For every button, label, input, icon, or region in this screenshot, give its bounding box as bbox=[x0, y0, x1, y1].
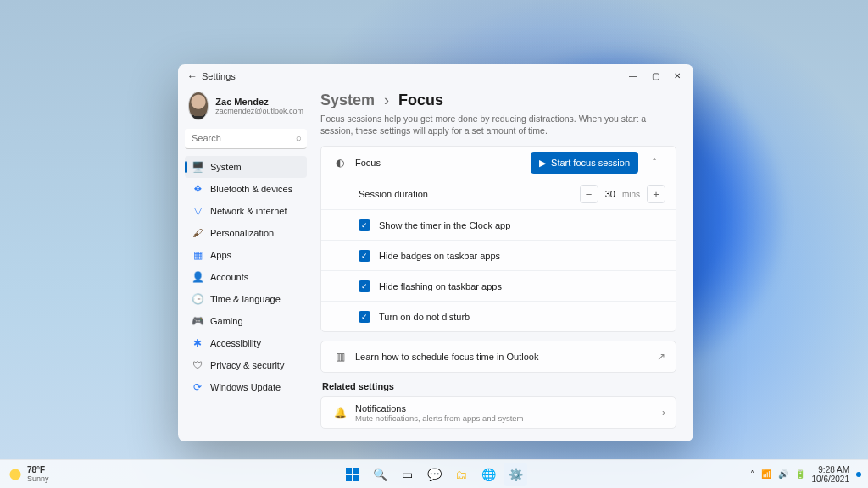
checkbox-hide-badges[interactable]: ✓ bbox=[359, 250, 370, 262]
focus-icon: ◐ bbox=[331, 157, 348, 169]
breadcrumb-parent[interactable]: System bbox=[320, 92, 375, 108]
sidebar-item-accessibility[interactable]: ✱Accessibility bbox=[185, 332, 307, 354]
weather-widget[interactable]: 78°F Sunny bbox=[0, 465, 49, 483]
avatar bbox=[188, 92, 209, 120]
option-dnd: ✓ Turn on do not disturb bbox=[321, 301, 676, 331]
settings-window: ← Settings — ▢ ✕ Zac Mendez zacmendez@ou… bbox=[178, 64, 693, 441]
svg-rect-3 bbox=[353, 475, 359, 481]
tray-wifi-icon[interactable]: 📶 bbox=[761, 469, 771, 479]
tray-overflow[interactable]: ˄ bbox=[750, 469, 754, 479]
sidebar-item-apps[interactable]: ▦Apps bbox=[185, 244, 307, 266]
page-description: Focus sessions help you get more done by… bbox=[320, 113, 676, 137]
sidebar-item-privacy[interactable]: 🛡Privacy & security bbox=[185, 354, 307, 376]
maximize-button[interactable]: ▢ bbox=[644, 67, 666, 86]
svg-rect-1 bbox=[353, 468, 359, 474]
notifications-title: Notifications bbox=[355, 403, 524, 413]
duration-unit: mins bbox=[622, 190, 640, 199]
clock-icon: 🕒 bbox=[192, 293, 203, 305]
svg-rect-2 bbox=[346, 475, 352, 481]
sun-icon bbox=[8, 468, 22, 481]
start-button[interactable] bbox=[341, 463, 364, 486]
session-duration-label: Session duration bbox=[359, 189, 428, 199]
focus-header-label: Focus bbox=[355, 158, 381, 168]
play-icon: ▶ bbox=[539, 158, 546, 169]
sidebar-item-gaming[interactable]: 🎮Gaming bbox=[185, 310, 307, 332]
breadcrumb-current: Focus bbox=[398, 92, 443, 108]
titlebar: ← Settings — ▢ ✕ bbox=[178, 64, 693, 88]
sidebar-item-personalization[interactable]: 🖌Personalization bbox=[185, 222, 307, 244]
bell-icon: 🔔 bbox=[331, 407, 348, 419]
option-hide-badges: ✓ Hide badges on taskbar apps bbox=[321, 240, 676, 270]
sidebar-item-time[interactable]: 🕒Time & language bbox=[185, 288, 307, 310]
sidebar-item-network[interactable]: ▽Network & internet bbox=[185, 200, 307, 222]
taskbar-edge[interactable]: 🌐 bbox=[476, 463, 500, 486]
taskbar-center: 🔍 ▭ 💬 🗂 🌐 ⚙️ bbox=[341, 463, 527, 486]
search-input[interactable] bbox=[185, 129, 307, 149]
notifications-card[interactable]: 🔔 Notifications Mute notifications, aler… bbox=[320, 396, 676, 429]
close-button[interactable]: ✕ bbox=[666, 67, 688, 86]
duration-decrement[interactable]: − bbox=[580, 185, 598, 203]
focus-card: ◐ Focus ▶ Start focus session ˆ Session … bbox=[320, 146, 676, 332]
taskbar-explorer[interactable]: 🗂 bbox=[449, 463, 473, 486]
outlook-link-label: Learn how to schedule focus time in Outl… bbox=[355, 352, 538, 362]
taskbar: 78°F Sunny 🔍 ▭ 💬 🗂 🌐 ⚙️ ˄ 📶 🔊 🔋 9:28 AM … bbox=[0, 459, 868, 488]
search-icon: ⌕ bbox=[296, 132, 302, 142]
taskbar-search[interactable]: 🔍 bbox=[368, 463, 392, 486]
sidebar: Zac Mendez zacmendez@outlook.com ⌕ 🖥️Sys… bbox=[178, 88, 314, 441]
notifications-subtitle: Mute notifications, alerts from apps and… bbox=[355, 413, 524, 423]
calendar-icon: ▥ bbox=[331, 351, 348, 363]
minimize-button[interactable]: — bbox=[622, 67, 644, 86]
search-box[interactable]: ⌕ bbox=[185, 129, 307, 149]
related-settings-title: Related settings bbox=[322, 381, 676, 391]
tray-clock[interactable]: 9:28 AM 10/6/2021 bbox=[812, 465, 850, 484]
window-title: Settings bbox=[202, 71, 236, 81]
sidebar-item-update[interactable]: ⟳Windows Update bbox=[185, 376, 307, 398]
duration-increment[interactable]: + bbox=[647, 185, 665, 203]
taskbar-chat[interactable]: 💬 bbox=[422, 463, 446, 486]
focus-header-row: ◐ Focus ▶ Start focus session ˆ bbox=[321, 147, 676, 179]
accessibility-icon: ✱ bbox=[192, 337, 203, 349]
back-button[interactable]: ← bbox=[183, 70, 202, 82]
checkbox-dnd[interactable]: ✓ bbox=[359, 311, 370, 323]
taskbar-settings[interactable]: ⚙️ bbox=[504, 463, 527, 486]
content: System › Focus Focus sessions help you g… bbox=[314, 88, 693, 441]
sidebar-item-bluetooth[interactable]: ❖Bluetooth & devices bbox=[185, 178, 307, 200]
external-link-icon: ↗ bbox=[657, 351, 665, 363]
duration-value: 30 bbox=[605, 189, 615, 199]
chevron-right-icon: › bbox=[662, 407, 665, 419]
profile-email: zacmendez@outlook.com bbox=[215, 107, 303, 115]
tray-volume-icon[interactable]: 🔊 bbox=[778, 469, 788, 479]
breadcrumb: System › Focus bbox=[320, 92, 676, 109]
duration-stepper: − 30 mins + bbox=[580, 185, 665, 203]
sidebar-item-accounts[interactable]: 👤Accounts bbox=[185, 266, 307, 288]
collapse-toggle[interactable]: ˆ bbox=[643, 152, 665, 174]
nav: 🖥️System ❖Bluetooth & devices ▽Network &… bbox=[185, 156, 307, 398]
checkbox-show-timer[interactable]: ✓ bbox=[359, 219, 370, 231]
tray-notifications-icon[interactable] bbox=[856, 472, 861, 477]
person-icon: 👤 bbox=[192, 271, 203, 283]
bluetooth-icon: ❖ bbox=[192, 183, 203, 195]
taskbar-taskview[interactable]: ▭ bbox=[395, 463, 419, 486]
shield-icon: 🛡 bbox=[192, 359, 203, 371]
session-duration-row: Session duration − 30 mins + bbox=[321, 179, 676, 209]
wifi-icon: ▽ bbox=[192, 205, 203, 217]
start-focus-button[interactable]: ▶ Start focus session bbox=[531, 152, 638, 174]
option-show-timer: ✓ Show the timer in the Clock app bbox=[321, 209, 676, 240]
checkbox-hide-flashing[interactable]: ✓ bbox=[359, 280, 370, 292]
display-icon: 🖥️ bbox=[192, 161, 203, 173]
update-icon: ⟳ bbox=[192, 381, 203, 393]
desktop: ← Settings — ▢ ✕ Zac Mendez zacmendez@ou… bbox=[0, 0, 868, 488]
option-hide-flashing: ✓ Hide flashing on taskbar apps bbox=[321, 270, 676, 301]
profile-name: Zac Mendez bbox=[215, 97, 303, 107]
gaming-icon: 🎮 bbox=[192, 315, 203, 327]
outlook-card[interactable]: ▥ Learn how to schedule focus time in Ou… bbox=[320, 341, 676, 373]
system-tray: ˄ 📶 🔊 🔋 9:28 AM 10/6/2021 bbox=[750, 465, 869, 484]
svg-rect-0 bbox=[346, 468, 352, 474]
apps-icon: ▦ bbox=[192, 249, 203, 261]
brush-icon: 🖌 bbox=[192, 227, 203, 239]
profile-block[interactable]: Zac Mendez zacmendez@outlook.com bbox=[185, 88, 307, 127]
tray-battery-icon[interactable]: 🔋 bbox=[795, 469, 805, 479]
breadcrumb-sep: › bbox=[384, 92, 389, 108]
sidebar-item-system[interactable]: 🖥️System bbox=[185, 156, 307, 178]
